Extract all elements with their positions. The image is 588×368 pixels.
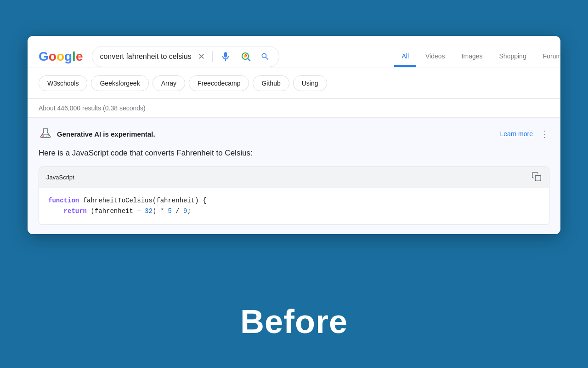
code-indent [48, 207, 64, 215]
code-semicolon: ; [187, 207, 191, 215]
before-label: Before [240, 303, 348, 340]
chip-array[interactable]: Array [153, 75, 185, 91]
ai-result-section: Generative AI is experimental. Learn mor… [28, 118, 560, 234]
lens-search-button[interactable] [238, 49, 253, 64]
svg-point-4 [42, 135, 44, 137]
tab-videos[interactable]: Videos [418, 47, 452, 67]
chip-freecodecamp[interactable]: Freecodecamp [189, 75, 249, 91]
ai-header: Generative AI is experimental. Learn mor… [39, 127, 549, 141]
nav-tabs: All Videos Images Shopping Forums ⋮ More… [288, 45, 560, 68]
clear-button[interactable]: ✕ [196, 50, 207, 63]
code-header: JavaScript [39, 167, 549, 188]
search-button[interactable] [259, 50, 271, 63]
search-icons: ✕ [196, 49, 271, 64]
voice-search-button[interactable] [218, 49, 233, 64]
chip-w3schools[interactable]: W3schools [39, 75, 87, 91]
ai-label: Generative AI is experimental. [57, 130, 155, 138]
ai-header-left: Generative AI is experimental. [39, 127, 155, 141]
code-divide: / [172, 207, 183, 215]
keyword-function: function [48, 197, 79, 204]
code-line-1: function fahreheitToCelsius(fahrenheit) … [48, 196, 540, 207]
tab-forums[interactable]: Forums [536, 47, 560, 67]
ai-description: Here is a JavaScript code that converts … [39, 147, 549, 159]
flask-icon [39, 127, 52, 141]
search-input[interactable] [100, 52, 192, 61]
mic-icon [220, 51, 231, 62]
results-count: About 446,000 results (0.38 seconds) [28, 99, 560, 118]
tab-all[interactable]: All [394, 47, 416, 67]
logo-o1: o [49, 49, 57, 64]
code-content: function fahreheitToCelsius(fahrenheit) … [39, 188, 549, 225]
lens-icon [240, 51, 251, 62]
divider [212, 51, 213, 62]
logo-e: e [76, 49, 83, 64]
tab-images[interactable]: Images [454, 47, 490, 67]
chips-area: W3schools Geeksforgeek Array Freecodecam… [28, 68, 560, 99]
search-icon [260, 52, 270, 61]
code-language: JavaScript [46, 174, 74, 181]
code-block: JavaScript function fahreheitToCelsius(f… [39, 167, 549, 225]
code-function-name: fahreheitToCelsius(fahrenheit) { [83, 197, 207, 204]
browser-window: Google ✕ [28, 36, 560, 234]
copy-code-button[interactable] [531, 172, 542, 183]
chip-github[interactable]: Github [253, 75, 289, 91]
tab-shopping[interactable]: Shopping [492, 47, 534, 67]
google-logo: Google [39, 49, 83, 64]
ai-header-right: Learn more ⋮ [498, 128, 549, 139]
more-options-icon[interactable]: ⋮ [540, 128, 549, 139]
clear-icon: ✕ [198, 52, 205, 62]
code-number-5: 5 [168, 207, 171, 215]
logo-o2: o [57, 49, 64, 64]
code-line-2: return (fahrenheit − 32) * 5 / 9; [48, 206, 540, 217]
logo-g2: g [64, 49, 72, 64]
code-number-32: 32 [145, 207, 153, 215]
chip-geeksforgeek[interactable]: Geeksforgeek [91, 75, 148, 91]
svg-rect-7 [535, 175, 541, 181]
search-box: ✕ [92, 46, 279, 67]
keyword-return: return [64, 207, 87, 215]
svg-point-6 [48, 135, 49, 137]
code-return-open: (fahrenheit − [90, 207, 145, 215]
chip-using[interactable]: Using [293, 75, 327, 91]
code-number-9: 9 [183, 207, 187, 215]
svg-line-2 [248, 58, 250, 61]
logo-g: G [39, 49, 49, 64]
search-area: Google ✕ [28, 36, 560, 68]
logo-l: l [72, 49, 76, 64]
svg-point-5 [46, 137, 47, 138]
copy-icon [531, 172, 542, 182]
learn-more-button[interactable]: Learn more [498, 128, 535, 139]
code-multiply: ) * [153, 207, 168, 215]
